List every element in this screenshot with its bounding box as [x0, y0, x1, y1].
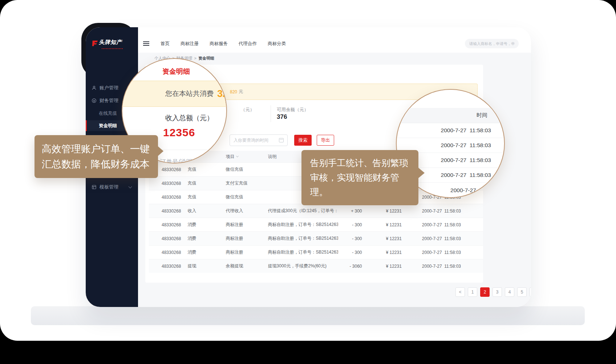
stat-balance-label: 可用余额（元）	[277, 107, 309, 113]
logo[interactable]: 头牌知产	[92, 39, 122, 46]
cell-desc: 商标自助注册，订单号：SB2514263J	[268, 249, 338, 255]
user-icon	[92, 85, 97, 90]
cell-order: 48330268	[149, 222, 187, 227]
table-row: 48330268 消费 商标注册 商标自助注册，订单号：SB2514263J -…	[149, 231, 483, 245]
pagination: < 12345 >	[455, 287, 531, 297]
cell-order: 48330268	[149, 236, 187, 241]
sidebar-item-template[interactable]: 模板管理	[86, 182, 138, 193]
cell-balance: ¥ 12231	[362, 264, 402, 269]
export-button[interactable]: 导出	[317, 135, 334, 146]
pagination-page[interactable]: 4	[505, 287, 514, 297]
logo-icon	[92, 40, 97, 45]
tooltip-arrow-icon	[418, 167, 425, 178]
cell-type: 消费	[187, 235, 226, 242]
cell-type: 充值	[187, 194, 226, 200]
template-icon	[92, 185, 97, 190]
chevron-down-icon	[129, 185, 132, 189]
sidebar-item-label: 模板管理	[100, 184, 118, 190]
nav-item-trademark-category[interactable]: 商标分类	[268, 41, 286, 47]
cell-type: 提现	[187, 263, 226, 269]
sidebar-subitem-label: 在线充值	[99, 110, 117, 117]
stat-divider	[271, 105, 271, 122]
cell-amount: - 300	[338, 250, 362, 255]
header-project[interactable]: 项目	[226, 154, 268, 160]
search-button[interactable]: 搜索	[294, 135, 312, 146]
stage: 头牌知产 账户管理 财务管理 在线充值 资金明细	[0, 0, 616, 364]
cell-type: 充值	[187, 180, 226, 186]
cell-desc: 提现3000元，手续费2%(60元)	[268, 263, 338, 269]
cell-project: 余额提现	[226, 263, 268, 269]
pagination-page[interactable]: 2	[480, 287, 490, 297]
finance-icon	[92, 98, 97, 103]
tooltip-line: 审核，实现智能财务管	[310, 170, 410, 185]
calendar-icon	[279, 138, 284, 142]
cell-project: 商标注册	[226, 235, 268, 242]
logo-text: 头牌知产	[99, 39, 122, 46]
sidebar-item-label: 财务管理	[100, 97, 118, 104]
nav-item-agent-coop[interactable]: 代理合作	[239, 41, 257, 47]
date-input-placeholder: 入你要查询的时间	[234, 137, 279, 143]
cell-balance: ¥ 12231	[362, 222, 402, 227]
table-row: 48330268 消费 商标注册 商标自助注册，订单号：SB2514263J -…	[149, 245, 483, 259]
cell-time: 2000-7-27 11:58:03	[422, 264, 483, 269]
table-row: 48330268 提现 余额提现 提现3000元，手续费2%(60元) - 30…	[149, 259, 483, 273]
logo-caption-decoration	[102, 48, 123, 49]
stat-consume-label-fragment: （元）	[241, 107, 255, 113]
banner-amount-fragment: 820	[230, 89, 237, 94]
magnified-income-value: 12356	[163, 126, 195, 139]
pagination-page[interactable]: 3	[493, 287, 502, 297]
magnified-time-row: 2000-7-27 11:58:03	[397, 123, 504, 138]
tooltip-right: 告别手工统计、告别繁琐 审核，实现智能财务管 理。	[301, 150, 418, 205]
cell-order: 48330268	[149, 209, 187, 214]
cell-time: 2000-7-27 11:58:03	[422, 250, 483, 255]
trademark-search-input[interactable]	[465, 39, 519, 48]
date-range-input[interactable]: 入你要查询的时间	[230, 134, 288, 146]
cell-order: 48330268	[149, 250, 187, 255]
sidebar-item-label: 账户管理	[100, 85, 118, 91]
nav-item-trademark-register[interactable]: 商标注册	[181, 41, 199, 47]
cell-desc: 代理提成300元（ID:1245，订单号：SB45124）	[268, 208, 338, 214]
breadcrumb-item-current: 资金明细	[198, 56, 214, 60]
pagination-pages: 12345	[468, 287, 527, 297]
cell-amount: - 300	[338, 222, 362, 227]
cell-time: 2000-7-27 11:58:03	[422, 209, 483, 214]
cell-amount: - 300	[338, 236, 362, 241]
magnified-consume-banner: 您在本站共消费 32124	[122, 81, 226, 107]
sidebar-subitem-label: 资金明细	[99, 123, 117, 129]
tooltip-left: 高效管理账户订单、一键 汇总数据，降低财务成本	[35, 135, 158, 178]
cell-project: 微信充值	[226, 166, 268, 173]
tooltip-line: 高效管理账户订单、一键	[42, 141, 151, 157]
cell-desc: 商标自助注册，订单号：SB2514263J	[268, 235, 338, 242]
pagination-page[interactable]: 5	[517, 287, 527, 297]
nav-item-home[interactable]: 首页	[161, 41, 170, 47]
pagination-page[interactable]: 1	[468, 287, 477, 297]
magnified-consume-prefix: 您在本站共消费	[165, 89, 214, 98]
cell-time: 2000-7-27 11:58:03	[422, 236, 483, 241]
cell-amount: - 3060	[338, 264, 362, 269]
cell-time: 2000-7-27 11:58:03	[422, 222, 483, 227]
cell-type: 消费	[187, 222, 226, 228]
cell-order: 48330268	[149, 181, 187, 186]
cell-balance: ¥ 12231	[362, 209, 402, 214]
laptop-base	[31, 306, 585, 325]
cell-type: 收入	[187, 208, 226, 214]
tooltip-line: 汇总数据，降低财务成本	[42, 157, 151, 172]
breadcrumb-separator: >	[194, 56, 196, 60]
sort-caret-icon	[236, 155, 239, 157]
hamburger-menu-icon[interactable]	[143, 41, 149, 46]
top-navbar: 首页 商标注册 商标服务 代理合作 商标分类	[138, 35, 531, 53]
stat-balance-value: 376	[277, 113, 287, 121]
tooltip-line: 告别手工统计、告别繁琐	[310, 156, 410, 170]
cell-project: 支付宝充值	[226, 180, 268, 186]
cell-balance: ¥ 12231	[362, 250, 402, 255]
cell-amount: + 300	[338, 209, 362, 214]
tooltip-arrow-icon	[158, 146, 163, 156]
tooltip-line: 理。	[310, 185, 410, 199]
table-row: 48330268 消费 商标注册 商标自助注册，订单号：SB2514263J -…	[149, 218, 483, 231]
nav-item-trademark-service[interactable]: 商标服务	[210, 41, 228, 47]
cell-type: 充值	[187, 166, 226, 173]
cell-balance: ¥ 12231	[362, 236, 402, 241]
cell-type: 消费	[187, 249, 226, 255]
pagination-prev-button[interactable]: <	[455, 287, 465, 297]
cell-desc: 商标自助注册，订单号：SB2514263J	[268, 222, 338, 228]
